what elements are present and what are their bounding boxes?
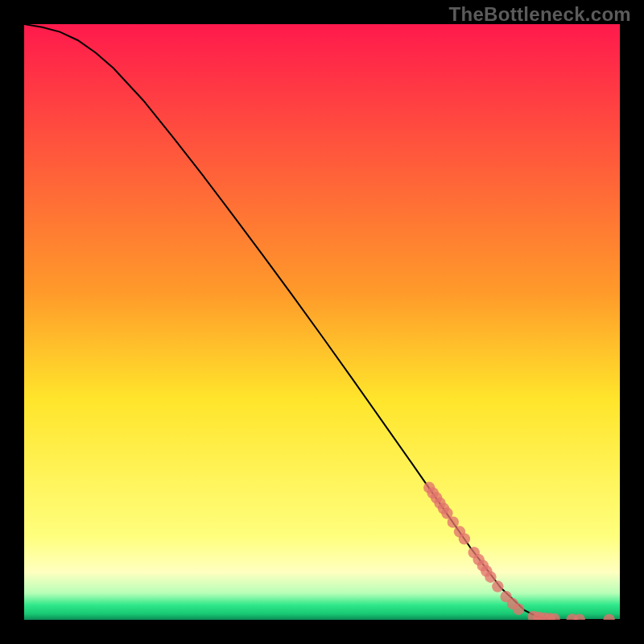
gradient-background — [24, 24, 620, 620]
chart-svg — [24, 24, 620, 620]
chart-frame: TheBottleneck.com — [0, 0, 644, 644]
plot-area — [24, 24, 620, 620]
data-point — [459, 533, 470, 544]
data-point — [513, 603, 524, 614]
watermark-text: TheBottleneck.com — [449, 3, 631, 26]
data-point — [492, 580, 503, 592]
data-point — [485, 572, 496, 583]
data-point — [448, 516, 459, 527]
